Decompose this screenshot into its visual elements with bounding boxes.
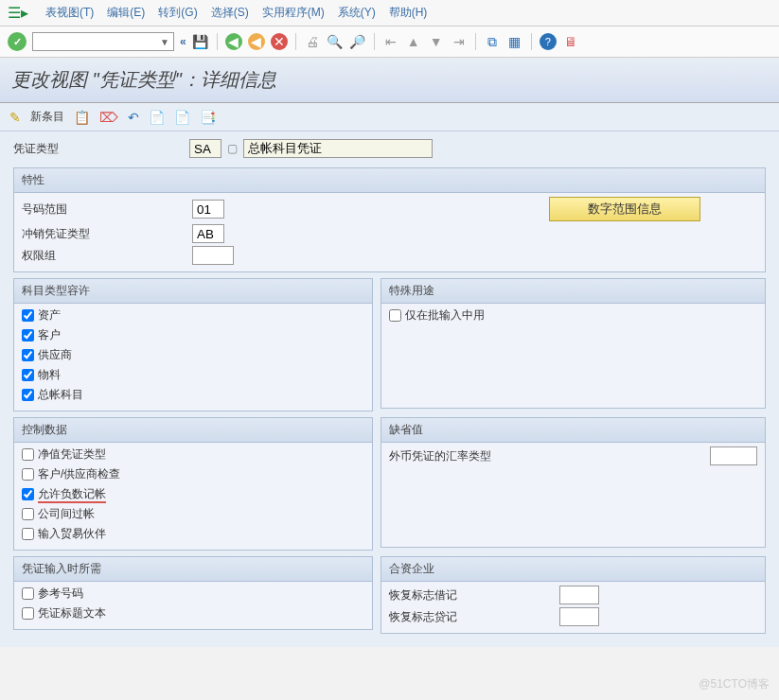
next-entry-icon[interactable]: 📄 bbox=[149, 110, 165, 125]
doc-type-label: 凭证类型 bbox=[13, 141, 184, 157]
control-label: 允许负数记帐 bbox=[38, 486, 106, 502]
group-special-title: 特殊用途 bbox=[381, 279, 765, 304]
accttype-label: 客户 bbox=[38, 327, 61, 343]
prev-entry-icon[interactable]: 📄 bbox=[174, 110, 190, 125]
dropdown-arrow-icon: ▼ bbox=[160, 37, 169, 47]
control-label: 净值凭证类型 bbox=[38, 446, 106, 463]
undo-icon[interactable]: ↶ bbox=[128, 110, 139, 125]
accttype-checkbox[interactable] bbox=[22, 309, 34, 322]
batch-input-only-label: 仅在批输入中用 bbox=[405, 307, 485, 324]
accttype-label: 供应商 bbox=[38, 347, 72, 363]
new-entries-button[interactable]: 新条目 bbox=[30, 109, 64, 125]
accttype-label: 总帐科目 bbox=[38, 387, 83, 403]
required-label: 凭证标题文本 bbox=[38, 605, 106, 621]
menu-bar: ☰▸ 表视图(T) 编辑(E) 转到(G) 选择(S) 实用程序(M) 系统(Y… bbox=[0, 0, 779, 26]
page-up-icon[interactable]: ▲ bbox=[405, 33, 422, 50]
auth-group-input[interactable] bbox=[192, 246, 234, 265]
group-accttype-title: 科目类型容许 bbox=[14, 279, 372, 304]
group-jv: 合资企业 恢复标志借记 恢复标志贷记 bbox=[381, 556, 766, 634]
control-checkbox[interactable] bbox=[22, 508, 34, 520]
group-accttype: 科目类型容许 资产客户供应商物料总帐科目 bbox=[13, 278, 373, 411]
accttype-checkbox[interactable] bbox=[22, 369, 34, 381]
back-icon[interactable]: ◀ bbox=[225, 33, 242, 50]
gui-options-icon[interactable]: 🖥 bbox=[562, 33, 579, 50]
layout-icon[interactable]: ▦ bbox=[506, 33, 523, 50]
group-control: 控制数据 净值凭证类型客户/供应商检查允许负数记帐公司间过帐输入贸易伙伴 bbox=[13, 417, 373, 551]
currency-type-input[interactable] bbox=[710, 446, 757, 465]
accttype-checkbox[interactable] bbox=[22, 389, 34, 401]
print-icon[interactable]: 🖨 bbox=[304, 33, 321, 50]
control-checkbox[interactable] bbox=[22, 528, 34, 540]
required-checkbox[interactable] bbox=[22, 587, 34, 600]
menu-edit[interactable]: 编辑(E) bbox=[107, 5, 145, 21]
required-checkbox[interactable] bbox=[22, 607, 34, 620]
jv-credit-label: 恢复标志贷记 bbox=[389, 609, 559, 625]
control-checkbox[interactable] bbox=[22, 448, 34, 461]
auth-group-label: 权限组 bbox=[22, 248, 192, 264]
page-down-icon[interactable]: ▼ bbox=[428, 33, 445, 50]
content-area: 凭证类型 ▢ 特性 号码范围 数字范围信息 冲销凭证类型 权限组 bbox=[0, 131, 779, 647]
group-required: 凭证输入时所需 参考号码凭证标题文本 bbox=[13, 556, 373, 630]
ok-button[interactable]: ✓ bbox=[8, 32, 27, 51]
accttype-checkbox[interactable] bbox=[22, 349, 34, 361]
find-icon[interactable]: 🔍 bbox=[327, 33, 344, 50]
currency-type-label: 外币凭证的汇率类型 bbox=[389, 448, 491, 464]
page-last-icon[interactable]: ⇥ bbox=[451, 33, 468, 50]
toggle-icon[interactable]: ✎ bbox=[9, 110, 21, 125]
number-range-label: 号码范围 bbox=[22, 201, 192, 218]
control-label: 输入贸易伙伴 bbox=[38, 526, 106, 542]
group-defaults-title: 缺省值 bbox=[381, 418, 765, 443]
rev-type-input[interactable] bbox=[192, 224, 224, 243]
command-field[interactable]: ▼ bbox=[32, 32, 174, 51]
doc-type-desc bbox=[243, 139, 433, 158]
copy-icon[interactable]: 📋 bbox=[74, 110, 90, 125]
menu-system[interactable]: 系统(Y) bbox=[338, 5, 376, 21]
cancel-icon[interactable]: ✕ bbox=[271, 33, 288, 50]
app-toolbar: ✎ 新条目 📋 ⌦ ↶ 📄 📄 📑 bbox=[0, 103, 779, 131]
help-icon[interactable]: ? bbox=[540, 33, 557, 50]
group-special: 特殊用途 仅在批输入中用 bbox=[381, 278, 766, 409]
number-range-info-button[interactable]: 数字范围信息 bbox=[549, 197, 700, 221]
group-properties: 特性 号码范围 数字范围信息 冲销凭证类型 权限组 bbox=[13, 167, 766, 272]
exit-icon[interactable]: ◀ bbox=[248, 33, 265, 50]
menu-goto[interactable]: 转到(G) bbox=[158, 5, 197, 21]
control-label: 公司间过帐 bbox=[38, 506, 95, 522]
batch-input-only-checkbox[interactable] bbox=[389, 309, 401, 322]
jv-debit-input[interactable] bbox=[559, 586, 599, 604]
doc-type-code bbox=[189, 139, 221, 158]
accttype-label: 物料 bbox=[38, 367, 61, 383]
jv-credit-input[interactable] bbox=[559, 607, 599, 626]
app-menu-icon[interactable]: ☰▸ bbox=[8, 4, 28, 22]
save-icon[interactable]: 💾 bbox=[192, 33, 209, 50]
page-first-icon[interactable]: ⇤ bbox=[382, 33, 399, 50]
number-range-input[interactable] bbox=[192, 200, 224, 219]
page-title: 更改视图 "凭证类型"：详细信息 bbox=[0, 58, 779, 103]
required-label: 参考号码 bbox=[38, 586, 83, 602]
group-defaults: 缺省值 外币凭证的汇率类型 bbox=[381, 417, 766, 548]
menu-util[interactable]: 实用程序(M) bbox=[262, 5, 325, 21]
new-session-icon[interactable]: ⧉ bbox=[484, 33, 501, 50]
delete-icon[interactable]: ⌦ bbox=[99, 110, 118, 125]
other-entry-icon[interactable]: 📑 bbox=[200, 110, 216, 125]
main-toolbar: ✓ ▼ « 💾 ◀ ◀ ✕ 🖨 🔍 🔎 ⇤ ▲ ▼ ⇥ ⧉ ▦ ? 🖥 bbox=[0, 26, 779, 58]
control-label: 客户/供应商检查 bbox=[38, 466, 120, 482]
accttype-checkbox[interactable] bbox=[22, 329, 34, 341]
accttype-label: 资产 bbox=[38, 307, 61, 324]
group-jv-title: 合资企业 bbox=[381, 557, 765, 582]
menu-table[interactable]: 表视图(T) bbox=[45, 5, 94, 21]
control-checkbox[interactable] bbox=[22, 488, 34, 500]
group-properties-title: 特性 bbox=[14, 168, 765, 193]
collapse-icon[interactable]: « bbox=[180, 35, 186, 48]
rev-type-label: 冲销凭证类型 bbox=[22, 226, 192, 242]
group-control-title: 控制数据 bbox=[14, 418, 372, 443]
group-required-title: 凭证输入时所需 bbox=[14, 557, 372, 582]
menu-help[interactable]: 帮助(H) bbox=[389, 5, 428, 21]
menu-select[interactable]: 选择(S) bbox=[211, 5, 249, 21]
find-next-icon[interactable]: 🔎 bbox=[349, 33, 366, 50]
expand-icon[interactable]: ▢ bbox=[227, 142, 238, 155]
jv-debit-label: 恢复标志借记 bbox=[389, 587, 559, 604]
control-checkbox[interactable] bbox=[22, 468, 34, 481]
